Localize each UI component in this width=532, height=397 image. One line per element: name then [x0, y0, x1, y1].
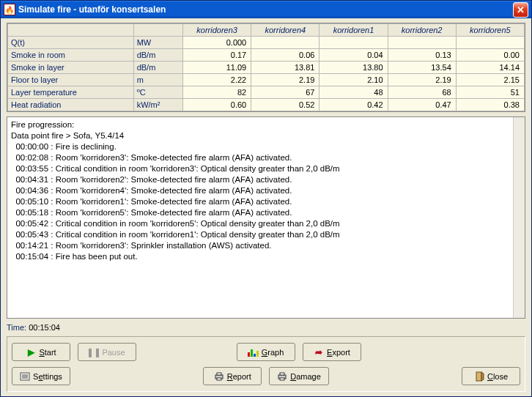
row-label: Q(t): [8, 37, 134, 49]
cell-value: 2.10: [319, 74, 388, 86]
cell-value: 0.000: [183, 37, 251, 49]
cell-value: 2.15: [456, 74, 524, 86]
report-label: eport: [233, 372, 251, 381]
data-table: korridoren3 korridoren4 korridoren1 korr…: [7, 23, 525, 112]
row-unit: m: [133, 74, 182, 86]
button-area: ▶ Start ❚❚ Pause Graph: [7, 336, 525, 392]
settings-label: ttings: [43, 372, 62, 381]
row-unit: MW: [133, 37, 182, 49]
svg-rect-9: [280, 378, 284, 380]
play-icon: ▶: [26, 347, 36, 357]
cell-value: 82: [183, 86, 251, 99]
app-icon: 🔥: [4, 4, 15, 15]
door-icon: [474, 371, 484, 382]
col-header: korridoren5: [456, 24, 524, 37]
cell-value: 0.00: [456, 49, 524, 62]
pause-button[interactable]: ❚❚ Pause: [78, 343, 136, 361]
cell-value: [388, 37, 456, 49]
pause-icon: ❚❚: [89, 347, 99, 357]
cell-value: 0.04: [319, 49, 388, 62]
window-title: Simulate fire - utanför konsertsalen: [18, 4, 513, 15]
row-unit: ºC: [133, 86, 182, 99]
cell-value: 0.17: [183, 49, 251, 62]
cell-value: 11.09: [183, 62, 251, 74]
row-label: Smoke in room: [8, 49, 134, 62]
svg-rect-6: [217, 378, 221, 380]
svg-rect-5: [217, 373, 221, 375]
cell-value: 0.06: [251, 49, 319, 62]
export-button[interactable]: ➦ Export: [303, 343, 361, 361]
cell-value: 0.42: [319, 99, 388, 111]
row-unit: dB/m: [133, 49, 182, 62]
cell-value: 0.13: [388, 49, 456, 62]
time-label: Time:: [7, 323, 26, 332]
row-unit: dB/m: [133, 62, 182, 74]
cell-value: 13.80: [319, 62, 388, 74]
cell-value: [251, 37, 319, 49]
table-row: Smoke in roomdB/m0.170.060.040.130.00: [8, 49, 525, 62]
cell-value: 68: [388, 86, 456, 99]
svg-rect-8: [280, 373, 284, 375]
cell-value: 67: [251, 86, 319, 99]
printer-icon: [214, 371, 224, 382]
cell-value: 13.81: [251, 62, 319, 74]
cell-value: 2.19: [388, 74, 456, 86]
svg-rect-10: [476, 372, 481, 381]
damage-button[interactable]: Damage: [269, 367, 329, 385]
cell-value: 14.14: [456, 62, 524, 74]
row-label: Floor to layer: [8, 74, 134, 86]
window: 🔥 Simulate fire - utanför konsertsalen ✕…: [0, 0, 532, 397]
damage-label: amage: [296, 372, 321, 381]
time-value: 00:15:04: [29, 323, 60, 332]
settings-icon: [20, 371, 30, 382]
table-row: Layer temperatureºC8267486851: [8, 86, 525, 99]
settings-button[interactable]: Settings: [12, 367, 70, 385]
row-label: Smoke in layer: [8, 62, 134, 74]
header-blank-label: [8, 24, 134, 37]
cell-value: 2.22: [183, 74, 251, 86]
titlebar: 🔥 Simulate fire - utanför konsertsalen ✕: [1, 1, 531, 18]
cell-value: 51: [456, 86, 524, 99]
graph-label: raph: [267, 348, 284, 357]
cell-value: [456, 37, 524, 49]
cell-value: 2.19: [251, 74, 319, 86]
log-panel: Fire progression: Data point fire > Sofa…: [7, 116, 525, 319]
table-row: Floor to layerm2.222.192.102.192.15: [8, 74, 525, 86]
col-header: korridoren3: [183, 24, 251, 37]
pause-label: Pause: [102, 348, 125, 357]
close-button[interactable]: Close: [462, 367, 520, 385]
graph-button[interactable]: Graph: [237, 343, 295, 361]
cell-value: 0.47: [388, 99, 456, 111]
time-row: Time: 00:15:04: [7, 323, 525, 332]
row-label: Heat radiation: [8, 99, 134, 111]
log-scrollbar[interactable]: [513, 117, 525, 318]
cell-value: 0.52: [251, 99, 319, 111]
cell-value: 48: [319, 86, 388, 99]
cell-value: 0.60: [183, 99, 251, 111]
start-label: tart: [45, 348, 56, 357]
table-row: Heat radiationkW/m²0.600.520.420.470.38: [8, 99, 525, 111]
cell-value: 0.38: [456, 99, 524, 111]
table-row: Smoke in layerdB/m11.0913.8113.8013.5414…: [8, 62, 525, 74]
cell-value: 13.54: [388, 62, 456, 74]
report-button[interactable]: Report: [203, 367, 262, 385]
cell-value: [319, 37, 388, 49]
start-button[interactable]: ▶ Start: [12, 343, 70, 361]
col-header: korridoren4: [251, 24, 319, 37]
graph-icon: [248, 347, 259, 357]
export-label: xport: [332, 348, 350, 357]
table-header-row: korridoren3 korridoren4 korridoren1 korr…: [8, 24, 525, 37]
header-blank-unit: [133, 24, 182, 37]
content-area: korridoren3 korridoren4 korridoren1 korr…: [1, 18, 531, 396]
svg-marker-11: [481, 372, 484, 381]
col-header: korridoren2: [388, 24, 456, 37]
window-close-button[interactable]: ✕: [513, 2, 528, 18]
printer-icon: [277, 371, 287, 382]
export-icon: ➦: [314, 347, 324, 357]
row-label: Layer temperature: [8, 86, 134, 99]
table-row: Q(t)MW0.000: [8, 37, 525, 49]
row-unit: kW/m²: [133, 99, 182, 111]
col-header: korridoren1: [319, 24, 388, 37]
log-text: Fire progression: Data point fire > Sofa…: [11, 120, 340, 261]
close-label: lose: [493, 372, 508, 381]
